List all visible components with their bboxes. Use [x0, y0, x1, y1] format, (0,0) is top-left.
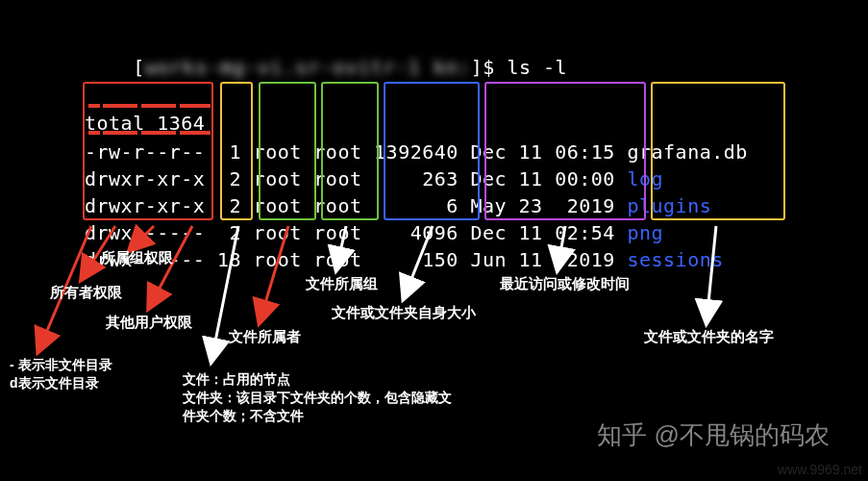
underline-other-2: [180, 131, 211, 135]
label-file-type: - 表示非文件目录 d表示文件目录: [10, 356, 112, 392]
label-group: 文件所属组: [306, 274, 378, 293]
label-links: 文件：占用的节点 文件夹：该目录下文件夹的个数，包含隐藏文 件夹个数；不含文件: [183, 370, 452, 425]
bracket-open: [: [133, 56, 145, 79]
col-box-owner: [259, 82, 316, 220]
underline-type-2: [88, 131, 100, 135]
col-box-size: [384, 82, 480, 220]
col-box-permissions: [83, 82, 213, 220]
label-size: 文件或文件夹自身大小: [332, 303, 476, 322]
underline-type-1: [88, 104, 100, 108]
col-box-links: [220, 82, 253, 220]
underline-group-1: [141, 104, 176, 108]
obscured-hostname: works-mg-vi.sr-ovitr-1 kn:: [145, 54, 471, 81]
underline-group-2: [141, 131, 176, 135]
command-text: ls -l: [507, 56, 567, 79]
col-box-name: [651, 82, 785, 220]
label-owner-perm: 所有者权限: [50, 283, 122, 302]
underline-other-1: [180, 104, 211, 108]
col-box-date: [484, 82, 646, 220]
label-owner: 文件所属者: [229, 327, 301, 346]
watermark-site: www.9969.net: [778, 462, 862, 477]
watermark-author: 知乎 @不甩锅的码农: [597, 418, 830, 452]
bracket-close: ]$: [471, 56, 508, 79]
table-row: drwx------ 2 root root 4096 Dec 11 02:54…: [85, 219, 748, 246]
label-group-perm: 所属组权限: [101, 248, 173, 267]
label-name: 文件或文件夹的名字: [644, 327, 774, 346]
underline-owner-1: [103, 104, 137, 108]
table-row: drwx------ 18 root root 150 Jun 11 2019 …: [85, 246, 748, 273]
col-box-group: [321, 82, 379, 220]
label-date: 最近访问或修改时间: [500, 274, 630, 293]
underline-owner-2: [103, 131, 137, 135]
label-other-perm: 其他用户权限: [106, 313, 192, 332]
